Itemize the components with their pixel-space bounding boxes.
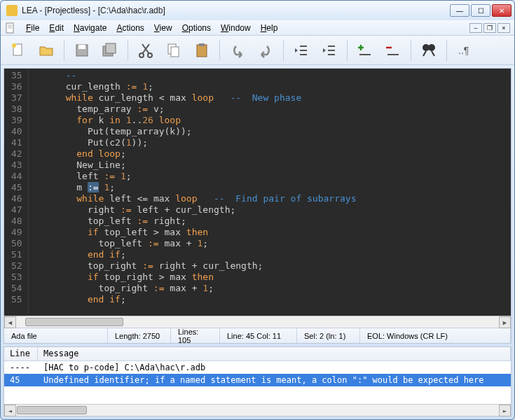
scroll-thumb[interactable] <box>17 406 87 414</box>
messages-panel: Line Message ----[HAC to p-code] C:\Ada\… <box>4 346 511 416</box>
saveall-button[interactable] <box>98 38 122 62</box>
menu-file[interactable]: File <box>22 22 43 34</box>
line-gutter: 3536373839404142434445464748495051525354… <box>4 69 29 316</box>
svg-rect-4 <box>78 45 85 49</box>
messages-body[interactable]: ----[HAC to p-code] C:\Ada\hac\r.adb45Un… <box>4 361 511 404</box>
mdi-minimize-button[interactable]: – <box>469 23 482 33</box>
status-filetype: Ada file <box>4 328 108 343</box>
scroll-thumb[interactable] <box>25 318 123 326</box>
indent-button[interactable] <box>317 38 341 62</box>
maximize-button[interactable]: ☐ <box>471 4 490 17</box>
menubar: File Edit Navigate Actions View Options … <box>1 20 514 36</box>
scroll-right-icon[interactable]: ► <box>499 405 511 416</box>
remove-button[interactable] <box>381 38 405 62</box>
editor-area: 3536373839404142434445464748495051525354… <box>4 68 511 344</box>
scroll-left-icon[interactable]: ◄ <box>4 405 16 416</box>
doc-icon <box>5 22 16 34</box>
svg-rect-6 <box>106 43 116 53</box>
menu-options[interactable]: Options <box>178 22 215 34</box>
menu-edit[interactable]: Edit <box>45 22 68 34</box>
find-button[interactable] <box>417 38 441 62</box>
status-selection: Sel: 2 (ln: 1) <box>297 328 360 343</box>
code-content[interactable]: -- cur_length := 1; while cur_length < m… <box>29 69 511 316</box>
close-button[interactable]: ✕ <box>492 4 511 17</box>
minimize-button[interactable]: — <box>450 4 469 17</box>
paste-button[interactable] <box>190 38 214 62</box>
outdent-button[interactable] <box>289 38 313 62</box>
pilcrow-button[interactable]: ..¶ <box>453 38 476 62</box>
svg-point-7 <box>139 53 144 57</box>
message-row[interactable]: ----[HAC to p-code] C:\Ada\hac\r.adb <box>4 361 511 374</box>
msg-col-line[interactable]: Line <box>4 347 38 360</box>
copy-button[interactable] <box>162 38 186 62</box>
menu-window[interactable]: Window <box>217 22 255 34</box>
menu-help[interactable]: Help <box>256 22 282 34</box>
svg-rect-12 <box>199 43 205 46</box>
save-button[interactable] <box>70 38 94 62</box>
app-window: LEA - [Projectless] - [C:\Ada\hac\r.adb]… <box>0 0 515 420</box>
code-editor[interactable]: 3536373839404142434445464748495051525354… <box>4 69 511 316</box>
menu-actions[interactable]: Actions <box>112 22 148 34</box>
add-button[interactable] <box>353 38 377 62</box>
scroll-left-icon[interactable]: ◄ <box>4 316 16 328</box>
undo-button[interactable] <box>226 38 249 62</box>
window-title: LEA - [Projectless] - [C:\Ada\hac\r.adb] <box>22 6 450 15</box>
status-length: Length: 2750 <box>108 328 171 343</box>
svg-rect-11 <box>197 45 207 57</box>
toolbar: ..¶ <box>1 36 514 65</box>
menu-view[interactable]: View <box>150 22 177 34</box>
svg-text:..¶: ..¶ <box>458 45 469 56</box>
message-row[interactable]: 45Undefined identifier; if a named state… <box>4 374 511 386</box>
titlebar[interactable]: LEA - [Projectless] - [C:\Ada\hac\r.adb]… <box>1 1 514 20</box>
msg-col-message[interactable]: Message <box>38 347 511 360</box>
mdi-restore-button[interactable]: ❐ <box>483 23 496 33</box>
statusbar: Ada file Length: 2750 Lines: 105 Line: 4… <box>4 328 511 343</box>
app-icon <box>6 5 18 16</box>
editor-hscrollbar[interactable]: ◄ ► <box>4 316 511 328</box>
status-eol: EOL: Windows (CR LF) <box>360 328 511 343</box>
mdi-close-button[interactable]: × <box>497 23 510 33</box>
cut-button[interactable] <box>134 38 158 62</box>
svg-rect-10 <box>171 47 179 57</box>
redo-button[interactable] <box>254 38 277 62</box>
scroll-right-icon[interactable]: ► <box>499 316 511 328</box>
messages-hscrollbar[interactable]: ◄ ► <box>4 404 511 416</box>
messages-header: Line Message <box>4 347 511 361</box>
status-lines: Lines: 105 <box>171 328 220 343</box>
status-position: Line: 45 Col: 11 <box>220 328 297 343</box>
open-button[interactable] <box>34 38 58 62</box>
svg-point-14 <box>428 44 435 51</box>
new-button[interactable] <box>6 38 30 62</box>
menu-navigate[interactable]: Navigate <box>69 22 111 34</box>
svg-point-2 <box>12 43 16 48</box>
svg-point-8 <box>148 53 152 57</box>
